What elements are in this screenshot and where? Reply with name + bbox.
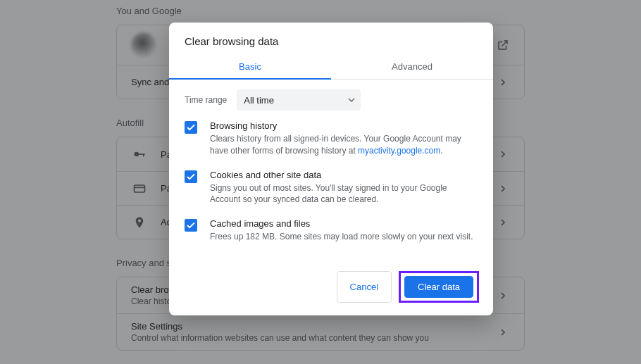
item-cached: Cached images and files Frees up 182 MB.… (185, 218, 478, 243)
item-desc: Clears history from all signed-in device… (210, 133, 478, 157)
time-range-select[interactable]: All time (237, 89, 361, 111)
caret-down-icon (348, 98, 355, 102)
item-desc: Signs you out of most sites. You'll stay… (210, 182, 478, 206)
time-range-value: All time (244, 95, 274, 106)
clear-browsing-data-dialog: Clear browsing data Basic Advanced Time … (169, 23, 493, 315)
item-browsing-history: Browsing history Clears history from all… (185, 120, 478, 157)
tab-advanced[interactable]: Advanced (331, 56, 493, 79)
item-desc: Frees up 182 MB. Some sites may load mor… (210, 231, 478, 243)
time-range-label: Time range (185, 95, 227, 105)
myactivity-link[interactable]: myactivity.google.com (358, 146, 440, 156)
cancel-button[interactable]: Cancel (337, 271, 392, 303)
item-title: Browsing history (210, 120, 478, 131)
tab-indicator (169, 78, 331, 80)
item-title: Cached images and files (210, 218, 478, 229)
clear-data-button[interactable]: Clear data (404, 276, 473, 298)
item-title: Cookies and other site data (210, 170, 478, 180)
checkbox-cached[interactable] (185, 219, 197, 232)
dialog-title: Clear browsing data (169, 23, 493, 56)
checkbox-cookies[interactable] (185, 170, 197, 183)
tab-basic[interactable]: Basic (169, 56, 331, 79)
time-range-row: Time range All time (185, 89, 478, 111)
dialog-actions: Cancel Clear data (169, 260, 493, 315)
dialog-tabs: Basic Advanced (169, 56, 493, 80)
item-cookies: Cookies and other site data Signs you ou… (185, 170, 478, 206)
checkbox-browsing-history[interactable] (185, 121, 197, 134)
dialog-body: Time range All time Browsing history Cle… (169, 80, 493, 260)
highlight-annotation: Clear data (399, 271, 479, 303)
